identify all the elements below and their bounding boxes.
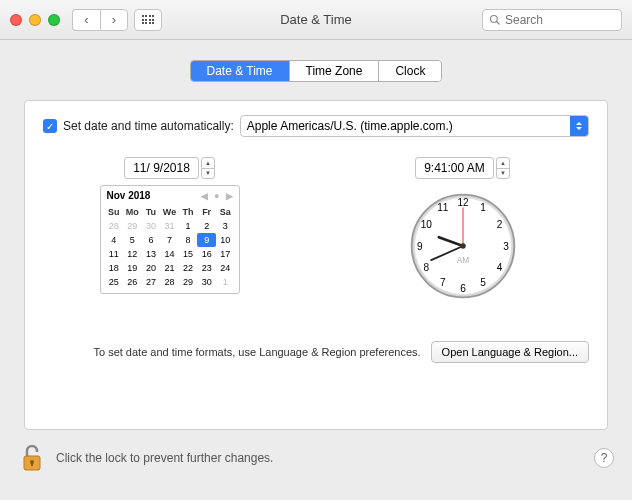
svg-text:1: 1 xyxy=(480,202,486,213)
cal-prev-icon: ◀ xyxy=(201,191,208,201)
cal-day[interactable]: 3 xyxy=(216,219,235,233)
cal-day[interactable]: 14 xyxy=(160,247,179,261)
lock-text: Click the lock to prevent further change… xyxy=(56,451,273,465)
svg-rect-23 xyxy=(31,462,33,466)
date-column: 11/ 9/2018 ▲▼ Nov 2018 ◀●▶ SuMoTuWeThFrS… xyxy=(53,157,286,301)
time-column: 9:41:00 AM ▲▼ 12 1 2 3 4 5 6 7 8 9 xyxy=(346,157,579,301)
svg-text:5: 5 xyxy=(480,277,486,288)
svg-point-20 xyxy=(460,243,466,249)
minimize-icon[interactable] xyxy=(29,14,41,26)
auto-label: Set date and time automatically: xyxy=(63,119,234,133)
cal-day-selected[interactable]: 9 xyxy=(197,233,216,247)
time-step-arrows[interactable]: ▲▼ xyxy=(496,157,510,179)
date-field[interactable]: 11/ 9/2018 xyxy=(124,157,199,179)
cal-day[interactable]: 13 xyxy=(142,247,161,261)
panel: ✓ Set date and time automatically: Apple… xyxy=(24,100,608,430)
time-field[interactable]: 9:41:00 AM xyxy=(415,157,494,179)
cal-day[interactable]: 30 xyxy=(197,275,216,289)
cal-day[interactable]: 4 xyxy=(105,233,124,247)
cal-day[interactable]: 23 xyxy=(197,261,216,275)
zoom-icon[interactable] xyxy=(48,14,60,26)
cal-day[interactable]: 10 xyxy=(216,233,235,247)
svg-text:11: 11 xyxy=(437,202,449,213)
help-button[interactable]: ? xyxy=(594,448,614,468)
titlebar: ‹ › Date & Time xyxy=(0,0,632,40)
svg-text:2: 2 xyxy=(496,219,502,230)
date-stepper[interactable]: 11/ 9/2018 ▲▼ xyxy=(124,157,215,179)
cal-day[interactable]: 6 xyxy=(142,233,161,247)
cal-day[interactable]: 18 xyxy=(105,261,124,275)
tab-bar: Date & Time Time Zone Clock xyxy=(24,60,608,82)
svg-text:AM: AM xyxy=(456,256,469,265)
cal-day[interactable]: 11 xyxy=(105,247,124,261)
back-button[interactable]: ‹ xyxy=(72,9,100,31)
cal-day[interactable]: 24 xyxy=(216,261,235,275)
tab-date-time[interactable]: Date & Time xyxy=(191,61,290,81)
window-title: Date & Time xyxy=(280,12,352,27)
window-controls xyxy=(10,14,60,26)
search-input[interactable] xyxy=(505,13,615,27)
cal-day[interactable]: 19 xyxy=(123,261,142,275)
cal-next-icon: ▶ xyxy=(226,191,233,201)
search-icon xyxy=(489,14,501,26)
svg-text:7: 7 xyxy=(440,277,446,288)
cal-day[interactable]: 1 xyxy=(216,275,235,289)
forward-button[interactable]: › xyxy=(100,9,128,31)
auto-row: ✓ Set date and time automatically: Apple… xyxy=(43,115,589,137)
cal-day[interactable]: 29 xyxy=(123,219,142,233)
svg-text:3: 3 xyxy=(503,241,509,252)
cal-day[interactable]: 1 xyxy=(179,219,198,233)
svg-text:6: 6 xyxy=(460,283,466,294)
svg-text:10: 10 xyxy=(420,219,432,230)
svg-text:12: 12 xyxy=(457,197,469,208)
calendar[interactable]: Nov 2018 ◀●▶ SuMoTuWeThFrSa 28293031123 … xyxy=(100,185,240,294)
tab-time-zone[interactable]: Time Zone xyxy=(290,61,380,81)
tab-clock[interactable]: Clock xyxy=(379,61,441,81)
time-stepper[interactable]: 9:41:00 AM ▲▼ xyxy=(415,157,510,179)
footer: Click the lock to prevent further change… xyxy=(0,430,632,486)
close-icon[interactable] xyxy=(10,14,22,26)
cal-day[interactable]: 31 xyxy=(160,219,179,233)
auto-checkbox[interactable]: ✓ xyxy=(43,119,57,133)
server-select[interactable]: Apple Americas/U.S. (time.apple.com.) xyxy=(240,115,589,137)
format-row: To set date and time formats, use Langua… xyxy=(43,301,589,363)
cal-day[interactable]: 25 xyxy=(105,275,124,289)
cal-day[interactable]: 28 xyxy=(160,275,179,289)
svg-line-1 xyxy=(497,21,500,24)
cal-day[interactable]: 22 xyxy=(179,261,198,275)
cal-day[interactable]: 16 xyxy=(197,247,216,261)
cal-day[interactable]: 21 xyxy=(160,261,179,275)
cal-day[interactable]: 8 xyxy=(179,233,198,247)
cal-day[interactable]: 15 xyxy=(179,247,198,261)
cal-day[interactable]: 27 xyxy=(142,275,161,289)
calendar-month: Nov 2018 xyxy=(107,190,202,201)
cal-today-icon: ● xyxy=(214,191,219,201)
cal-day[interactable]: 5 xyxy=(123,233,142,247)
cal-day[interactable]: 26 xyxy=(123,275,142,289)
cal-day[interactable]: 17 xyxy=(216,247,235,261)
columns: 11/ 9/2018 ▲▼ Nov 2018 ◀●▶ SuMoTuWeThFrS… xyxy=(43,157,589,301)
cal-day[interactable]: 28 xyxy=(105,219,124,233)
server-value: Apple Americas/U.S. (time.apple.com.) xyxy=(247,119,453,133)
svg-text:9: 9 xyxy=(417,241,423,252)
cal-day[interactable]: 7 xyxy=(160,233,179,247)
chevron-updown-icon xyxy=(570,116,588,136)
analog-clock: 12 1 2 3 4 5 6 7 8 9 10 11 AM xyxy=(408,191,518,301)
cal-day[interactable]: 29 xyxy=(179,275,198,289)
content: Date & Time Time Zone Clock ✓ Set date a… xyxy=(0,40,632,430)
date-step-arrows[interactable]: ▲▼ xyxy=(201,157,215,179)
calendar-header: Nov 2018 ◀●▶ xyxy=(101,186,239,205)
nav-buttons: ‹ › xyxy=(72,9,128,31)
search-field[interactable] xyxy=(482,9,622,31)
svg-point-0 xyxy=(491,15,498,22)
cal-day[interactable]: 2 xyxy=(197,219,216,233)
show-all-button[interactable] xyxy=(134,9,162,31)
cal-day[interactable]: 12 xyxy=(123,247,142,261)
svg-text:4: 4 xyxy=(496,262,502,273)
open-language-region-button[interactable]: Open Language & Region... xyxy=(431,341,589,363)
cal-day[interactable]: 30 xyxy=(142,219,161,233)
grid-icon xyxy=(142,15,155,24)
calendar-nav[interactable]: ◀●▶ xyxy=(201,191,232,201)
lock-icon[interactable] xyxy=(18,442,46,474)
cal-day[interactable]: 20 xyxy=(142,261,161,275)
